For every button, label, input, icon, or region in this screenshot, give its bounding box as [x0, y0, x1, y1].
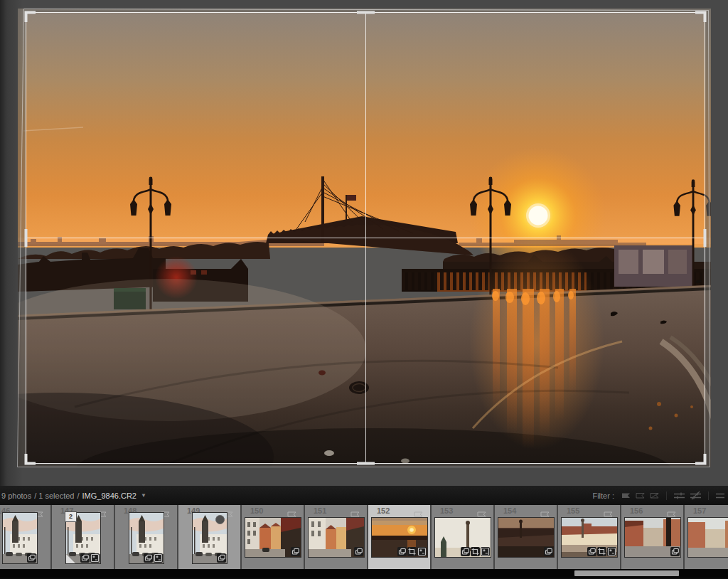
thumbnail-badges: [670, 547, 680, 556]
thumbnail-index: 152: [377, 506, 390, 515]
photo-thumbnail[interactable]: [245, 518, 301, 557]
photo-thumbnail[interactable]: [193, 513, 227, 563]
collection-badge-icon[interactable]: [80, 553, 90, 563]
photo-thumbnail[interactable]: [562, 518, 617, 557]
filmstrip-cell-148[interactable]: 148: [115, 505, 178, 569]
status-separator: /: [77, 492, 79, 500]
adjust-badge-icon[interactable]: [154, 553, 163, 563]
thumbnail-badges: [587, 547, 616, 556]
collection-badge-icon[interactable]: [670, 547, 680, 556]
photo-thumbnail[interactable]: [498, 518, 554, 557]
filmstrip-cell-154[interactable]: 154: [495, 505, 558, 569]
collection-badge-icon[interactable]: [291, 547, 300, 556]
filmstrip-scrollbar-thumb[interactable]: [574, 570, 679, 576]
thumbnail-index: 150: [250, 506, 263, 515]
collection-badge-icon[interactable]: [397, 547, 407, 556]
filmstrip-cell-157[interactable]: 157: [685, 505, 728, 569]
thumbnail-index: 153: [440, 506, 453, 515]
lightroom-window: 9 photos / 1 selected / IMG_9846.CR2 ▼ F…: [0, 0, 728, 579]
filmstrip[interactable]: 1461472148149150151152153154155156157: [0, 505, 728, 569]
collection-badge-icon[interactable]: [461, 547, 470, 556]
photo-thumbnail[interactable]: [129, 513, 164, 563]
collection-badge-icon[interactable]: [544, 547, 553, 556]
adjust-badge-icon[interactable]: [607, 547, 616, 556]
thumbnail-index: 155: [567, 506, 579, 515]
thumbnail-badges: [144, 553, 163, 563]
collection-badge-icon[interactable]: [217, 553, 226, 563]
filmstrip-cell-146[interactable]: 146: [0, 505, 52, 569]
flag-unflagged-icon[interactable]: [636, 492, 646, 499]
photo-thumbnail[interactable]: [435, 518, 491, 557]
filmstrip-cell-151[interactable]: 151: [305, 505, 368, 569]
thumbnail-index: 156: [630, 506, 643, 515]
thumbnail-badges: [80, 553, 100, 563]
filmstrip-cell-155[interactable]: 155: [558, 505, 621, 569]
filter-label: Filter :: [592, 492, 614, 500]
adjust-badge-icon[interactable]: [417, 547, 427, 556]
rating-filter-icon[interactable]: [673, 491, 685, 500]
thumbnail-badges: [354, 547, 363, 556]
thumbnail-badges: [544, 547, 553, 556]
photo-thumbnail[interactable]: [372, 518, 427, 557]
filmstrip-status[interactable]: 9 photos / 1 selected / IMG_9846.CR2 ▼: [0, 492, 146, 500]
collection-badge-icon[interactable]: [587, 547, 596, 556]
filmstrip-cell-152[interactable]: 152: [368, 505, 432, 569]
thumbnail-index: 154: [503, 506, 516, 515]
filmstrip-cell-156[interactable]: 156: [621, 505, 685, 569]
crop-badge-icon[interactable]: [471, 547, 480, 556]
thumbnail-index: 157: [693, 506, 706, 515]
rating-filter-off-icon[interactable]: [690, 491, 702, 500]
filter-divider-2: [708, 492, 709, 500]
current-filename[interactable]: IMG_9846.CR2: [82, 492, 136, 500]
crop-region[interactable]: [26, 12, 705, 464]
filmstrip-cell-149[interactable]: 149: [178, 505, 242, 569]
filename-dropdown-caret[interactable]: ▼: [141, 492, 146, 499]
collection-badge-icon[interactable]: [27, 553, 36, 563]
thumbnail-badges: [461, 547, 490, 556]
thumbnail-index: 151: [314, 506, 326, 515]
filmstrip-cell-150[interactable]: 150: [242, 505, 305, 569]
panel-edge-shadow: [0, 0, 24, 486]
stack-count-badge[interactable]: 2: [65, 511, 77, 522]
collection-badge-icon[interactable]: [354, 547, 363, 556]
selected-count-label: / 1 selected: [34, 492, 74, 500]
color-label-circle-icon[interactable]: [215, 515, 225, 524]
thumbnail-badges: [27, 553, 36, 563]
photo-thumbnail[interactable]: [3, 513, 37, 563]
adjust-badge-icon[interactable]: [481, 547, 490, 556]
adjust-badge-icon[interactable]: [90, 553, 100, 563]
thumbnail-badges: [397, 547, 427, 556]
photo-thumbnail[interactable]: [625, 518, 680, 557]
photo-thumbnail[interactable]: [309, 518, 364, 557]
photo-thumbnail[interactable]: 2: [66, 513, 100, 563]
photo-thumbnail[interactable]: [688, 518, 728, 557]
filmstrip-header: 9 photos / 1 selected / IMG_9846.CR2 ▼ F…: [0, 486, 728, 505]
crop-badge-icon[interactable]: [407, 547, 417, 556]
filmstrip-cell-147[interactable]: 1472: [52, 505, 115, 569]
filter-divider: [666, 492, 667, 500]
flag-pick-icon[interactable]: [621, 492, 631, 499]
flag-reject-icon[interactable]: [650, 492, 660, 499]
crop-badge-icon[interactable]: [597, 547, 606, 556]
thumbnail-badges: [217, 553, 226, 563]
filmstrip-filterbar: Filter :: [592, 491, 728, 500]
label-filter-icon[interactable]: [715, 491, 725, 500]
thumbnail-badges: [291, 547, 300, 556]
develop-canvas[interactable]: [0, 0, 728, 486]
filmstrip-cell-153[interactable]: 153: [432, 505, 495, 569]
filmstrip-scrollbar-track[interactable]: [0, 569, 728, 578]
photo-count-label: 9 photos: [1, 492, 31, 500]
collection-badge-icon[interactable]: [144, 553, 153, 563]
virtual-copy-corner-icon: [66, 554, 75, 563]
